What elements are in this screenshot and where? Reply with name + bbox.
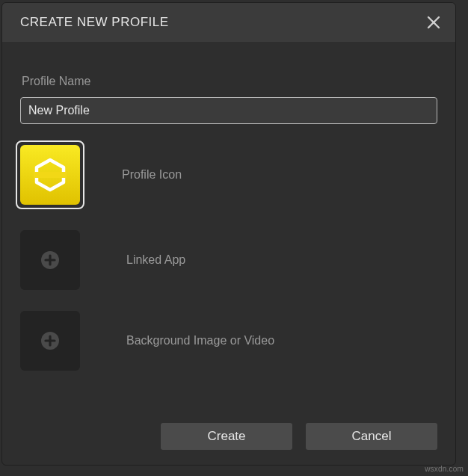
dialog-body: Profile Name Profile Icon bbox=[2, 42, 455, 465]
profile-name-input[interactable] bbox=[20, 97, 437, 124]
hexagon-outline-icon bbox=[31, 155, 70, 194]
background-label: Background Image or Video bbox=[126, 334, 274, 347]
profile-name-label: Profile Name bbox=[22, 75, 437, 88]
profile-icon-label: Profile Icon bbox=[122, 168, 182, 182]
svg-rect-2 bbox=[34, 172, 67, 178]
watermark-text: wsxdn.com bbox=[425, 465, 464, 473]
dialog-title: CREATE NEW PROFILE bbox=[20, 15, 169, 30]
profile-icon-preview bbox=[20, 145, 80, 205]
background-tile[interactable] bbox=[20, 311, 80, 371]
plus-circle-icon bbox=[39, 249, 61, 271]
dialog-footer: Create Cancel bbox=[20, 408, 437, 450]
create-button[interactable]: Create bbox=[161, 423, 292, 450]
background-row: Background Image or Video bbox=[20, 311, 437, 371]
create-profile-dialog: CREATE NEW PROFILE Profile Name Prof bbox=[1, 2, 456, 466]
plus-circle-icon bbox=[39, 330, 61, 352]
linked-app-tile[interactable] bbox=[20, 230, 80, 290]
profile-icon-row: Profile Icon bbox=[20, 140, 437, 209]
close-icon bbox=[427, 16, 440, 29]
close-button[interactable] bbox=[427, 16, 440, 29]
dialog-titlebar: CREATE NEW PROFILE bbox=[2, 3, 455, 42]
linked-app-label: Linked App bbox=[126, 253, 185, 267]
linked-app-row: Linked App bbox=[20, 230, 437, 290]
cancel-button[interactable]: Cancel bbox=[306, 423, 437, 450]
profile-icon-tile[interactable] bbox=[16, 140, 84, 209]
